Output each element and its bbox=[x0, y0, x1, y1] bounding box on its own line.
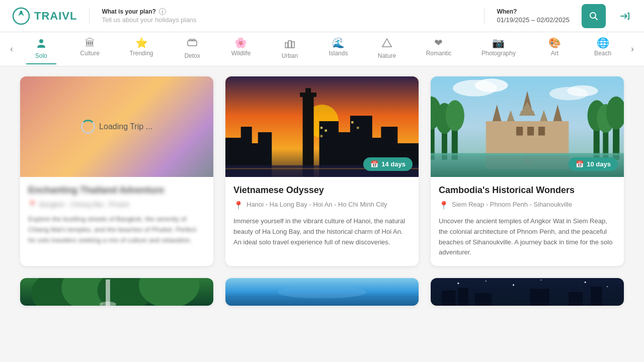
svg-rect-48 bbox=[486, 121, 569, 154]
cards-row-bottom bbox=[20, 278, 624, 306]
date-input[interactable]: When? 01/19/2025 – 02/02/2025 bbox=[484, 8, 570, 24]
nav-items-list: Solo 🏛 Culture ⭐ Trending Detox 🌸 Wildli… bbox=[17, 34, 627, 64]
nav-item-photography[interactable]: 📷 Photography bbox=[475, 34, 522, 64]
card-cambodia-title: Cambodia's Historical Wonders bbox=[439, 185, 616, 196]
calendar-icon-cambodia: 📅 bbox=[576, 160, 584, 168]
nav-item-trending[interactable]: ⭐ Trending bbox=[124, 34, 159, 64]
card-vietnam-location: 📍 Hanoi - Ha Long Bay - Hoi An - Ho Chi … bbox=[233, 201, 411, 210]
nav-item-culture[interactable]: 🏛 Culture bbox=[74, 34, 106, 64]
nav-item-romantic[interactable]: ❤ Romantic bbox=[420, 34, 458, 64]
card-thailand-image: Loading Trip ... bbox=[20, 76, 213, 177]
loading-overlay: Loading Trip ... bbox=[20, 76, 213, 177]
svg-point-4 bbox=[39, 39, 43, 43]
svg-point-44 bbox=[446, 100, 464, 131]
app-header: TRAIVL What is your plan? i Tell us abou… bbox=[0, 0, 644, 32]
svg-rect-75 bbox=[225, 298, 419, 306]
nav-item-trending-label: Trending bbox=[130, 50, 153, 57]
nav-item-art[interactable]: 🎨 Art bbox=[540, 34, 570, 64]
svg-rect-84 bbox=[458, 288, 468, 306]
svg-point-78 bbox=[486, 281, 487, 282]
card-thailand-desc: Explore the bustling streets of Bangkok,… bbox=[28, 214, 205, 245]
svg-rect-55 bbox=[538, 127, 545, 136]
card-cambodia-location: 📍 Siem Reap - Phnom Penh - Sihanoukville bbox=[439, 201, 616, 210]
card-cambodia[interactable]: 📅 10 days Cambodia's Historical Wonders … bbox=[431, 76, 624, 266]
svg-point-80 bbox=[540, 280, 541, 281]
spinner bbox=[81, 120, 95, 134]
card-thailand-title: Enchanting Thailand Adventure bbox=[28, 185, 205, 196]
location-pin-icon: 📍 bbox=[439, 201, 449, 210]
night-image bbox=[431, 278, 624, 306]
svg-rect-20 bbox=[305, 88, 311, 95]
card-vietnam-image: 📅 14 days bbox=[225, 76, 419, 177]
nav-item-islands-label: Islands bbox=[329, 50, 348, 57]
category-nav: ‹ Solo 🏛 Culture ⭐ Trending Detox 🌸 Wild… bbox=[0, 32, 644, 66]
nav-item-islands[interactable]: 🌊 Islands bbox=[323, 34, 354, 64]
svg-point-79 bbox=[513, 284, 514, 286]
login-button[interactable] bbox=[618, 9, 632, 23]
nav-item-art-label: Art bbox=[551, 50, 558, 57]
location-pin-icon: 📍 bbox=[233, 201, 244, 210]
nav-item-beach-label: Beach bbox=[594, 50, 611, 57]
svg-rect-86 bbox=[530, 289, 549, 306]
logo[interactable]: TRAIVL bbox=[12, 7, 77, 25]
cambodia-days: 10 days bbox=[587, 160, 611, 168]
nature-icon bbox=[381, 38, 392, 50]
nav-prev-button[interactable]: ‹ bbox=[6, 40, 17, 58]
nav-item-urban[interactable]: Urban bbox=[275, 34, 305, 64]
nav-next-button[interactable]: › bbox=[627, 40, 638, 58]
info-icon: i bbox=[159, 8, 166, 15]
nav-item-detox[interactable]: Detox bbox=[177, 34, 207, 64]
nav-item-solo-label: Solo bbox=[35, 52, 47, 59]
solo-icon bbox=[36, 38, 47, 50]
svg-point-38 bbox=[567, 85, 598, 97]
svg-rect-87 bbox=[569, 292, 582, 306]
nav-item-romantic-label: Romantic bbox=[426, 50, 452, 57]
trending-icon: ⭐ bbox=[135, 38, 148, 48]
svg-rect-7 bbox=[193, 39, 195, 41]
cambodia-days-badge: 📅 10 days bbox=[569, 157, 618, 171]
ocean-image bbox=[225, 278, 419, 306]
loading-text: Loading Trip ... bbox=[99, 122, 152, 131]
svg-line-3 bbox=[595, 17, 598, 20]
beach-icon: 🌐 bbox=[597, 38, 609, 48]
logo-text: TRAIVL bbox=[34, 10, 77, 23]
nav-item-solo[interactable]: Solo bbox=[26, 34, 56, 64]
calendar-icon: 📅 bbox=[370, 160, 378, 168]
card-bottom-2[interactable] bbox=[225, 278, 419, 306]
svg-point-74 bbox=[278, 286, 366, 299]
forest-image bbox=[20, 278, 213, 306]
date-label: When? bbox=[497, 8, 570, 15]
nav-item-wildlife[interactable]: 🌸 Wildlife bbox=[225, 34, 257, 64]
svg-rect-63 bbox=[431, 153, 624, 155]
nav-item-photography-label: Photography bbox=[481, 50, 516, 57]
plan-placeholder: Tell us about your holidays plans bbox=[102, 16, 472, 24]
nav-item-nature-label: Nature bbox=[378, 52, 396, 59]
svg-rect-54 bbox=[527, 127, 534, 136]
svg-rect-28 bbox=[325, 129, 327, 131]
card-cambodia-desc: Uncover the ancient temples of Angkor Wa… bbox=[439, 216, 616, 258]
nav-item-nature[interactable]: Nature bbox=[372, 34, 402, 64]
svg-rect-31 bbox=[357, 127, 359, 129]
svg-rect-83 bbox=[442, 291, 455, 306]
card-cambodia-body: Cambodia's Historical Wonders 📍 Siem Rea… bbox=[431, 177, 624, 266]
urban-icon bbox=[284, 38, 295, 50]
card-cambodia-image: 📅 10 days bbox=[431, 76, 624, 177]
search-button[interactable] bbox=[582, 4, 606, 28]
svg-rect-18 bbox=[303, 94, 314, 177]
svg-rect-10 bbox=[292, 42, 294, 48]
plan-label: What is your plan? i bbox=[102, 8, 472, 15]
card-thailand-body: Enchanting Thailand Adventure 📍 Bangkok … bbox=[20, 177, 213, 253]
islands-icon: 🌊 bbox=[332, 38, 345, 48]
nav-item-beach[interactable]: 🌐 Beach bbox=[588, 34, 618, 64]
search-icon bbox=[589, 11, 599, 21]
photography-icon: 📷 bbox=[492, 38, 505, 48]
svg-point-81 bbox=[585, 282, 586, 283]
card-bottom-3[interactable] bbox=[431, 278, 624, 306]
wildlife-icon: 🌸 bbox=[234, 38, 247, 48]
card-thailand[interactable]: Loading Trip ... Enchanting Thailand Adv… bbox=[20, 76, 213, 266]
card-thailand-location: 📍 Bangkok · Chiang Mai · Phuket bbox=[28, 201, 205, 208]
plan-input[interactable]: What is your plan? i Tell us about your … bbox=[89, 8, 472, 24]
card-vietnam[interactable]: 📅 14 days Vietnamese Odyssey 📍 Hanoi - H… bbox=[225, 76, 419, 266]
card-bottom-1[interactable] bbox=[20, 278, 213, 306]
svg-rect-6 bbox=[189, 39, 192, 41]
